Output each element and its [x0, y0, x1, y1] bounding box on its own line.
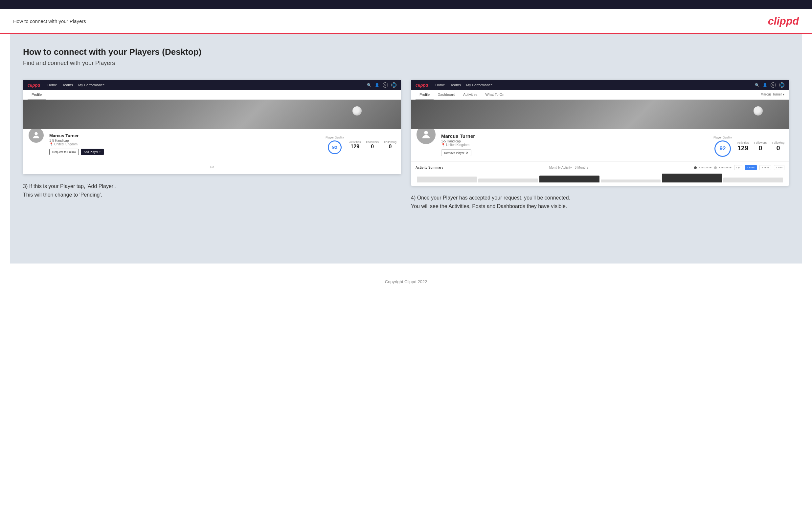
step3-description: 3) If this is your Player tap, 'Add Play…: [23, 182, 401, 199]
screenshots-row: clippd Home Teams My Performance 🔍 👤 ⚙ 🌐…: [23, 80, 789, 210]
remove-player-button[interactable]: Remove Player ✕: [441, 149, 471, 156]
nav-performance-1[interactable]: My Performance: [78, 83, 105, 87]
quality-stat-1: Player Quality 92: [325, 136, 344, 154]
on-course-label: On course: [699, 166, 711, 169]
app-logo-1: clippd: [28, 83, 40, 88]
period-1mth[interactable]: 1 mth: [774, 165, 784, 170]
followers-stat-1: Followers 0: [366, 140, 379, 150]
bar-2: [478, 178, 539, 182]
player-handicap-1: 1-5 Handicap: [49, 139, 321, 143]
following-label-2: Following: [772, 141, 784, 145]
activities-stat-1: Activities 129: [349, 140, 361, 150]
activity-title: Activity Summary: [415, 166, 443, 169]
copyright-text: Copyright Clippd 2022: [385, 279, 427, 284]
nav-teams-1[interactable]: Teams: [62, 83, 73, 87]
profile-buttons-1: Request to Follow Add Player +: [49, 149, 321, 155]
hero-image-1: [23, 100, 401, 129]
scissors-icon: ✂: [210, 164, 214, 170]
app-nav-icons-2: 🔍 👤 ⚙ 🌐: [755, 82, 784, 88]
quality-label-1: Player Quality: [325, 136, 344, 139]
location-icon-1: 📍: [49, 143, 53, 146]
tab-profile-2[interactable]: Profile: [415, 90, 434, 100]
bar-4: [601, 179, 661, 182]
search-icon-1[interactable]: 🔍: [367, 83, 371, 87]
add-player-button-1[interactable]: Add Player +: [81, 149, 104, 155]
followers-value-1: 0: [366, 144, 379, 150]
off-course-dot: [714, 166, 717, 169]
quality-circle-2: 92: [714, 140, 731, 157]
screenshot-bottom-1: ✂: [23, 160, 401, 174]
user-icon-2[interactable]: 👤: [763, 83, 767, 87]
svg-point-0: [35, 132, 38, 135]
period-1yr[interactable]: 1 yr: [734, 165, 742, 170]
profile-info-2: Marcus Turner 1-5 Handicap 📍 United King…: [411, 129, 789, 161]
profile-details-1: Marcus Turner 1-5 Handicap 📍 United King…: [49, 133, 321, 155]
following-stat-2: Following 0: [772, 141, 784, 152]
profile-hero-2: [411, 100, 789, 129]
quality-circle-1: 92: [328, 140, 342, 154]
close-icon: ✕: [466, 151, 468, 155]
activity-chart: [415, 173, 784, 182]
screenshot-col-2: clippd Home Teams My Performance 🔍 👤 ⚙ 🌐…: [411, 80, 789, 210]
tab-dashboard-2[interactable]: Dashboard: [434, 90, 459, 100]
off-course-label: Off course: [719, 166, 731, 169]
stats-row-2: Player Quality 92 Activities 129 Followe…: [713, 133, 784, 157]
activities-value-2: 129: [737, 145, 749, 152]
tab-activities-2[interactable]: Activities: [459, 90, 481, 100]
app-nav-2: clippd Home Teams My Performance 🔍 👤 ⚙ 🌐: [411, 80, 789, 90]
settings-icon-2[interactable]: ⚙: [771, 82, 776, 88]
on-course-dot: [694, 166, 697, 169]
header: How to connect with your Players clippd: [0, 9, 812, 34]
search-icon-2[interactable]: 🔍: [755, 83, 759, 87]
follow-button-1[interactable]: Request to Follow: [49, 149, 79, 155]
activity-header: Activity Summary Monthly Activity - 6 Mo…: [415, 165, 784, 170]
activity-period: Monthly Activity - 6 Months: [549, 166, 588, 169]
top-bar: [0, 0, 812, 9]
app-tabs-1: Profile: [23, 90, 401, 100]
activities-value-1: 129: [349, 144, 361, 150]
tab-what-to-on-2[interactable]: What To On: [481, 90, 508, 100]
app-tabs-2: Profile Dashboard Activities What To On …: [411, 90, 789, 100]
activity-summary: Activity Summary Monthly Activity - 6 Mo…: [411, 161, 789, 186]
tab-profile-1[interactable]: Profile: [28, 90, 46, 100]
globe-icon-2[interactable]: 🌐: [779, 82, 784, 88]
activities-label-1: Activities: [349, 140, 361, 144]
header-title: How to connect with your Players: [13, 18, 86, 24]
period-6mths[interactable]: 6 mths: [745, 165, 757, 170]
activities-label-2: Activities: [737, 141, 749, 145]
svg-point-1: [424, 131, 428, 134]
footer: Copyright Clippd 2022: [0, 273, 812, 290]
profile-info-1: Marcus Turner 1-5 Handicap 📍 United King…: [23, 129, 401, 160]
player-handicap-2: 1-5 Handicap: [441, 139, 709, 143]
main-content: How to connect with your Players (Deskto…: [10, 34, 802, 264]
player-name-2: Marcus Turner: [441, 133, 709, 139]
settings-icon-1[interactable]: ⚙: [383, 82, 388, 88]
main-subtitle: Find and connect with your Players: [23, 60, 789, 67]
period-3mths[interactable]: 3 mths: [759, 165, 771, 170]
step4-description: 4) Once your Player has accepted your re…: [411, 193, 789, 210]
bar-5: [662, 174, 722, 182]
nav-performance-2[interactable]: My Performance: [466, 83, 493, 87]
main-title: How to connect with your Players (Deskto…: [23, 47, 789, 57]
user-icon-1[interactable]: 👤: [375, 83, 379, 87]
screenshot-box-2: clippd Home Teams My Performance 🔍 👤 ⚙ 🌐…: [411, 80, 789, 186]
nav-home-2[interactable]: Home: [435, 83, 445, 87]
golf-ball-1: [352, 106, 362, 115]
nav-teams-2[interactable]: Teams: [450, 83, 461, 87]
following-label-1: Following: [384, 140, 397, 144]
app-logo-2: clippd: [415, 83, 428, 88]
player-country-1: 📍 United Kingdom: [49, 143, 321, 146]
followers-value-2: 0: [754, 145, 767, 152]
app-nav-icons-1: 🔍 👤 ⚙ 🌐: [367, 82, 397, 88]
globe-icon-1[interactable]: 🌐: [391, 82, 397, 88]
user-dropdown-2[interactable]: Marcus Turner ▾: [761, 90, 784, 100]
profile-details-2: Marcus Turner 1-5 Handicap 📍 United King…: [441, 133, 709, 156]
followers-stat-2: Followers 0: [754, 141, 767, 152]
nav-home-1[interactable]: Home: [47, 83, 57, 87]
quality-stat-2: Player Quality 92: [713, 136, 732, 157]
activities-stat-2: Activities 129: [737, 141, 749, 152]
clippd-logo: clippd: [768, 15, 799, 27]
location-icon-2: 📍: [441, 143, 445, 147]
app-nav-1: clippd Home Teams My Performance 🔍 👤 ⚙ 🌐: [23, 80, 401, 90]
hero-image-2: [411, 100, 789, 129]
